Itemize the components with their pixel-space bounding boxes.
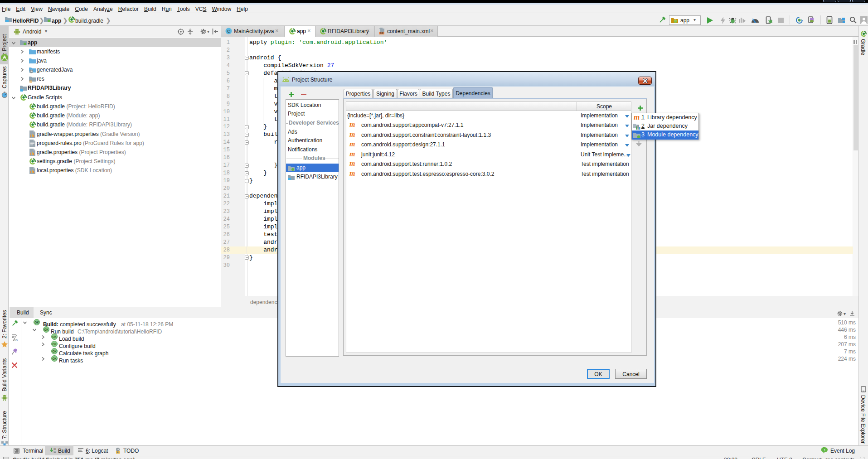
svg-text:OK: OK [52, 335, 57, 338]
svg-text:10: 10 [53, 450, 56, 454]
svg-text:ab: ab [14, 338, 18, 342]
svg-text:OK: OK [44, 328, 48, 331]
svg-text:OK: OK [52, 343, 57, 346]
svg-text:<>: <> [380, 31, 383, 34]
svg-text:OK: OK [52, 350, 57, 353]
svg-text:C: C [227, 29, 230, 34]
svg-text:OK: OK [34, 321, 39, 324]
svg-text:OK: OK [52, 357, 57, 360]
svg-text:1: 1 [824, 448, 826, 452]
